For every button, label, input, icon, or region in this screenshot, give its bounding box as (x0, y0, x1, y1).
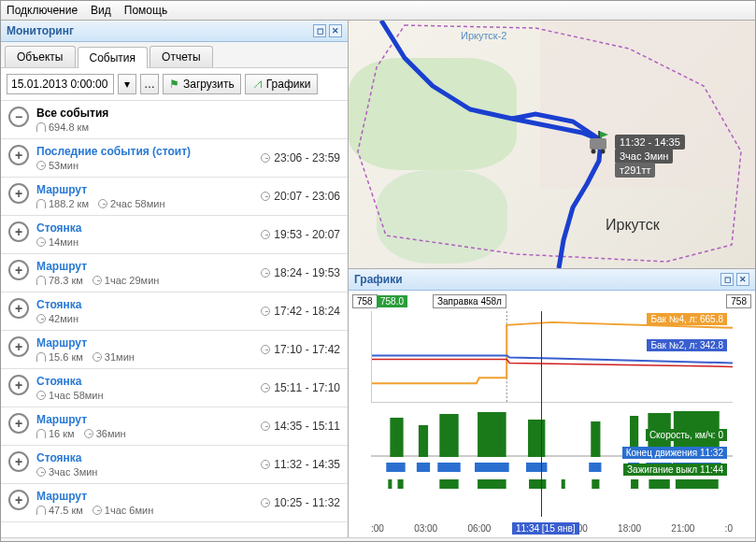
event-title[interactable]: Маршрут (36, 183, 253, 196)
event-row[interactable]: + Стоянка 42мин 17:42 - 18:24 (1, 292, 348, 331)
event-row[interactable]: + Маршрут 15.6 км31мин 17:10 - 17:42 (1, 331, 348, 369)
event-time: 20:07 - 23:06 (261, 190, 340, 203)
svg-rect-34 (676, 479, 719, 489)
event-row[interactable]: + Маршрут 188.2 км2час 58мин 20:07 - 23:… (1, 178, 348, 216)
svg-rect-20 (526, 463, 547, 472)
expand-button[interactable]: + (8, 413, 29, 434)
x-tick: 06:00 (467, 523, 491, 534)
svg-rect-17 (417, 463, 430, 472)
date-dropdown[interactable]: ▾ (118, 74, 136, 94)
event-row[interactable]: + Маршрут 47.5 км1час 6мин 10:25 - 11:32 (1, 484, 348, 522)
clock-icon (261, 498, 270, 507)
tab-objects[interactable]: Объекты (5, 46, 76, 67)
expand-button[interactable]: + (8, 336, 29, 357)
event-title[interactable]: Маршрут (36, 260, 253, 273)
event-row[interactable]: + Маршрут 16 км36мин 14:35 - 15:11 (1, 407, 348, 446)
event-time: 10:25 - 11:32 (261, 496, 340, 509)
event-meta: 47.5 км1час 6мин (36, 505, 253, 516)
charts-maximize-icon[interactable]: ◻ (720, 273, 734, 286)
charts-header: Графики ◻ ✕ (349, 269, 755, 291)
event-row[interactable]: + Стоянка 3час 3мин 11:32 - 14:35 (1, 446, 348, 484)
event-row[interactable]: + Стоянка 1час 58мин 15:11 - 17:10 (1, 369, 348, 407)
event-title[interactable]: Маршрут (36, 336, 253, 349)
menu-help[interactable]: Помощь (124, 4, 167, 17)
event-title[interactable]: Стоянка (36, 221, 253, 235)
expand-button[interactable]: + (8, 298, 29, 319)
maximize-icon[interactable]: ◻ (313, 24, 326, 37)
event-title[interactable]: Стоянка (36, 298, 253, 311)
expand-button[interactable]: + (8, 260, 29, 280)
y-left-box: 758 (352, 294, 378, 308)
odometer-icon (36, 199, 46, 208)
expand-button[interactable]: + (8, 221, 29, 242)
event-time: 17:42 - 18:24 (261, 305, 340, 318)
charts-close-icon[interactable]: ✕ (736, 273, 749, 286)
tank2-tag: Бак №2, л: 342.8 (647, 339, 727, 351)
expand-button[interactable]: + (8, 183, 29, 204)
clock-icon (36, 391, 46, 400)
clock-icon (93, 276, 102, 285)
svg-rect-28 (478, 479, 506, 489)
clock-icon (36, 467, 46, 477)
tab-reports[interactable]: Отчеты (150, 46, 212, 67)
tab-events[interactable]: События (78, 47, 149, 68)
charts-area[interactable]: 758 758.0 758 Заправка 458л (349, 291, 755, 537)
event-time: 15:11 - 17:10 (261, 381, 340, 394)
vehicle-time-badge: 11:32 - 14:35 (615, 135, 685, 150)
svg-rect-8 (419, 425, 428, 457)
event-row[interactable]: + Стоянка 14мин 19:53 - 20:07 (1, 216, 348, 254)
event-title[interactable]: Последние события (стоит) (36, 145, 253, 158)
event-row[interactable]: − Все события 694.8 км (1, 101, 348, 139)
date-more-button[interactable]: … (140, 74, 159, 94)
right-panel: Иркутск-2 Иркутск 11:32 - 14:35 3час 3ми… (349, 21, 755, 537)
odometer-icon (36, 506, 46, 515)
x-tick: 18:00 (618, 523, 641, 534)
events-list[interactable]: − Все события 694.8 км + Последние событ… (1, 101, 348, 537)
odometer-icon (36, 429, 46, 438)
expand-button[interactable]: − (8, 107, 29, 127)
expand-button[interactable]: + (8, 145, 29, 165)
event-meta: 42мин (36, 313, 253, 324)
clock-icon (84, 429, 93, 438)
event-row[interactable]: + Маршрут 78.3 км1час 29мин 18:24 - 19:5… (1, 254, 348, 292)
menu-connection[interactable]: Подключение (7, 4, 78, 17)
date-input[interactable] (7, 74, 114, 94)
close-icon[interactable]: ✕ (329, 24, 342, 37)
vehicle-dur-badge: 3час 3мин (615, 149, 673, 164)
svg-rect-16 (386, 463, 405, 472)
event-meta: 1час 58мин (36, 390, 253, 401)
clock-icon (93, 506, 102, 515)
chart-cursor[interactable] (541, 311, 542, 517)
event-time: 18:24 - 19:53 (261, 266, 340, 279)
svg-point-3 (592, 150, 596, 154)
load-button[interactable]: ⚑ Загрузить (163, 74, 241, 94)
monitoring-header: Мониторинг ◻ ✕ (1, 21, 348, 42)
svg-rect-11 (528, 420, 545, 457)
event-title[interactable]: Стоянка (36, 451, 253, 464)
event-meta: 3час 3мин (36, 466, 253, 478)
menu-view[interactable]: Вид (91, 4, 111, 17)
monitoring-title: Мониторинг (7, 24, 74, 37)
svg-rect-26 (398, 479, 404, 489)
svg-rect-32 (631, 479, 638, 489)
clock-icon (93, 352, 102, 362)
charts-button[interactable]: ⩘ Графики (245, 74, 318, 94)
cursor-time-tag: 11:34 [15 янв] (512, 522, 579, 535)
event-title[interactable]: Маршрут (36, 413, 253, 426)
events-toolbar: ▾ … ⚑ Загрузить ⩘ Графики (1, 68, 348, 101)
svg-marker-0 (599, 131, 608, 138)
event-title[interactable]: Стоянка (36, 375, 253, 388)
event-meta: 694.8 км (36, 121, 333, 133)
x-tick: 21:00 (671, 523, 694, 534)
map[interactable]: Иркутск-2 Иркутск 11:32 - 14:35 3час 3ми… (349, 21, 755, 268)
clock-icon (261, 383, 270, 392)
x-tick: :00 (371, 523, 384, 534)
clock-icon (36, 314, 46, 323)
move-end-tag: Конец движения 11:32 (622, 447, 727, 459)
expand-button[interactable]: + (8, 451, 29, 472)
event-title[interactable]: Маршрут (36, 490, 253, 503)
event-meta: 16 км36мин (36, 428, 253, 439)
expand-button[interactable]: + (8, 490, 29, 510)
event-row[interactable]: + Последние события (стоит) 53мин 23:06 … (1, 139, 348, 178)
expand-button[interactable]: + (8, 375, 29, 395)
